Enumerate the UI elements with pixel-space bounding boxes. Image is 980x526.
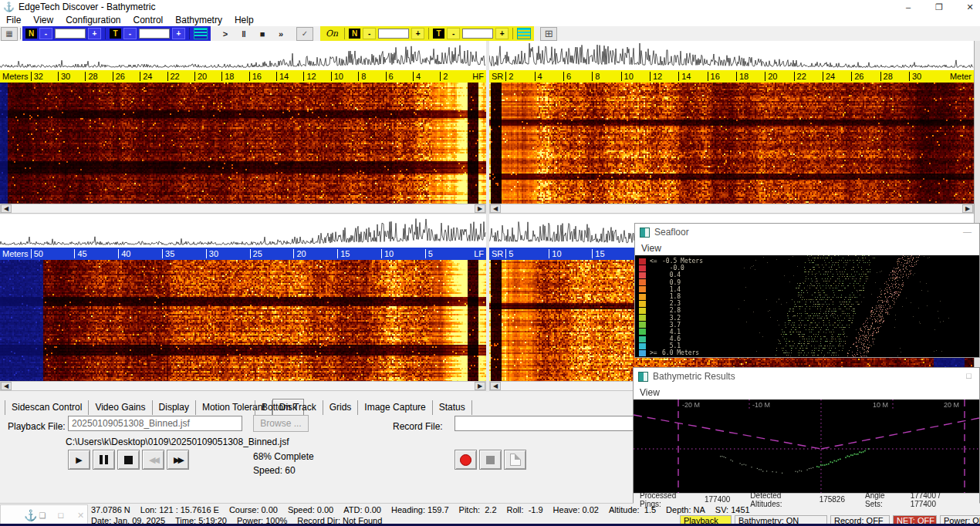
tab-display[interactable]: Display (153, 400, 196, 415)
ruler-tick: 8 (592, 72, 620, 81)
new-file-button[interactable] (504, 450, 526, 470)
ruler-tick: 12 (303, 72, 330, 81)
statusbar: 37.0786 NLon: 121 : 15.7616 ECourse: 0.0… (0, 503, 980, 526)
legend-swatch (639, 286, 646, 292)
status-field: 37.0786 N (91, 505, 130, 514)
legend-swatch (639, 272, 646, 278)
browse-button[interactable]: Browse ... (253, 415, 309, 432)
snapshot-icon[interactable]: ▦ (1, 27, 18, 41)
ruler-tick: 30 (206, 249, 250, 258)
ruler-tick: 22 (794, 72, 823, 81)
playback-file-path: C:\Users\k\Desktop\0109\20250109051308_B… (66, 437, 289, 447)
seafloor-view-menu[interactable]: View (641, 243, 661, 254)
bathymetric-titlebar[interactable]: Bathymetric Results □ (634, 368, 979, 385)
scroll-right-icon[interactable]: ▶ (962, 204, 973, 213)
maximize-icon[interactable]: □ (58, 511, 63, 520)
minimize-button[interactable]: – (903, 2, 914, 12)
close-icon[interactable]: ✕ (77, 511, 84, 521)
scroll-left-icon[interactable]: ◀ (490, 204, 501, 213)
tab-grids[interactable]: Grids (323, 400, 359, 415)
ruler-tick: 16 (708, 72, 736, 81)
lf-n-minus-button[interactable]: - (363, 28, 376, 39)
legend-swatch (639, 315, 646, 321)
ruler-tick: 8 (358, 72, 385, 81)
menu-item-file[interactable]: File (0, 15, 27, 25)
lf-auto-gain-icon[interactable] (517, 28, 531, 39)
legend-swatch (639, 258, 646, 265)
menu-item-help[interactable]: Help (228, 15, 260, 25)
toolbar-playback-group: > ‖ ■ » (217, 28, 289, 40)
seafloor-view[interactable]: <=-0.5 Meters -0.0 0.4 0.9 1.4 1.8 2.3 2… (635, 255, 979, 357)
grid-table-icon[interactable]: ⊞ (540, 27, 557, 41)
seafloor-titlebar[interactable]: Seafloor — (635, 224, 979, 241)
fast-forward-button[interactable]: ▶▶ (167, 450, 189, 470)
lf-gain-group: On N - + T - + (320, 26, 534, 41)
lf-n-value-input[interactable] (378, 29, 409, 39)
menu-item-control[interactable]: Control (127, 15, 170, 25)
tab-bottom-track[interactable]: Bottom Track (255, 400, 323, 415)
record-button[interactable] (455, 450, 477, 470)
status-field: Heave: 0.02 (553, 505, 599, 514)
bathymetric-view-menu[interactable]: View (640, 387, 660, 398)
ruler-tick: 25 (250, 249, 294, 258)
tab-image-capture[interactable]: Image Capture (358, 400, 432, 415)
legend-row: 4.1 (639, 329, 703, 335)
menu-item-configuration[interactable]: Configuration (59, 15, 127, 25)
ruler-tick: 4 (535, 72, 563, 81)
toolbar-pause-icon[interactable]: ‖ (236, 28, 252, 40)
menu-item-view[interactable]: View (27, 15, 59, 25)
bathymetric-plot-canvas (634, 400, 979, 493)
restore-button[interactable]: ❐ (934, 2, 945, 12)
status-field: Lon: 121 : 15.7616 E (140, 505, 219, 514)
lf-n-plus-button[interactable]: + (411, 28, 424, 39)
hf-t-value-input[interactable] (139, 29, 170, 39)
hf-auto-gain-icon[interactable] (194, 28, 208, 39)
play-button[interactable]: ▶ (68, 450, 90, 470)
hf-right-scrollbar[interactable]: ◀ ▶ (489, 204, 974, 214)
ruler-tick: 26 (113, 72, 140, 81)
ruler-tick: 28 (880, 72, 909, 81)
close-button[interactable]: ✕ (965, 2, 975, 12)
ruler-tick: 2 (440, 72, 467, 81)
hf-left-scrollbar[interactable]: ◀ ▶ (0, 204, 486, 214)
hf-right-waterfall[interactable] (489, 83, 974, 204)
ruler-tick: 45 (74, 249, 118, 258)
scroll-left-icon[interactable]: ◀ (1, 382, 12, 390)
record-file-input[interactable] (455, 416, 635, 431)
status-field: Heading: 159.7 (391, 505, 449, 514)
scroll-left-icon[interactable]: ◀ (490, 382, 501, 390)
lf-left-scrollbar[interactable]: ◀ ▶ (0, 381, 486, 391)
lf-t-minus-button[interactable]: - (447, 28, 460, 39)
legend-row: -0.0 (639, 265, 703, 271)
lf-left-waterfall[interactable] (0, 260, 486, 381)
pause-button[interactable] (93, 450, 115, 470)
toolbar-ffwd-icon[interactable]: » (273, 28, 289, 40)
bathy-status-value: 177400 / 177400 (911, 491, 965, 508)
tab-status[interactable]: Status (433, 400, 472, 415)
hf-t-plus-button[interactable]: + (172, 28, 185, 39)
hf-n-minus-button[interactable]: - (39, 28, 52, 39)
stop-button[interactable] (117, 450, 140, 470)
toolbar-stop-icon[interactable]: ■ (255, 28, 270, 40)
record-stop-button[interactable] (479, 450, 502, 470)
rewind-button[interactable]: ◀◀ (142, 450, 164, 470)
menu-item-bathymetry[interactable]: Bathymetry (169, 15, 228, 25)
hf-n-value-input[interactable] (55, 29, 86, 39)
scroll-left-icon[interactable]: ◀ (1, 204, 12, 213)
bathymetric-close-icon[interactable]: □ (966, 371, 972, 380)
scroll-right-icon[interactable]: ▶ (475, 382, 485, 390)
lf-t-value-input[interactable] (462, 29, 493, 39)
hf-t-minus-button[interactable]: - (123, 28, 137, 39)
bathymetric-plot[interactable]: -20 M-10 M10 M20 M (634, 400, 979, 493)
scroll-right-icon[interactable]: ▶ (475, 204, 485, 213)
tab-video-gains[interactable]: Video Gains (89, 400, 152, 415)
hf-n-plus-button[interactable]: + (88, 28, 101, 39)
tab-sidescan-control[interactable]: Sidescan Control (5, 400, 89, 415)
status-field: Roll: -1.9 (507, 505, 543, 514)
playback-file-input[interactable] (68, 416, 242, 431)
lf-t-plus-button[interactable]: + (495, 28, 509, 39)
apply-check-icon[interactable]: ✓ (296, 27, 313, 41)
hf-left-waterfall[interactable] (0, 83, 486, 204)
seafloor-minimize-icon[interactable]: — (963, 227, 972, 236)
toolbar-play-icon[interactable]: > (218, 28, 233, 40)
